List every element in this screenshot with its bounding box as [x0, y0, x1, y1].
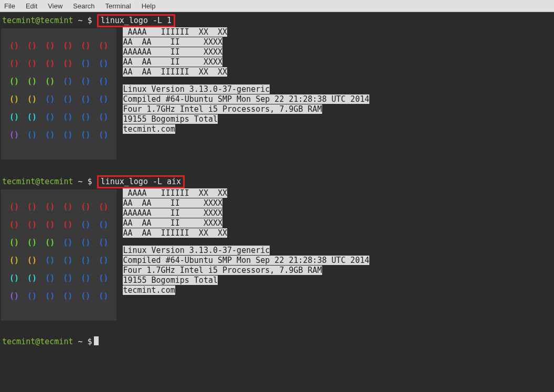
highlight-box-1: linux_logo -L 1: [97, 14, 175, 27]
palette-swatch: (): [81, 238, 90, 247]
palette-swatch: (): [99, 77, 108, 86]
menu-edit[interactable]: Edit: [24, 1, 39, 11]
palette-swatch: (): [45, 220, 55, 229]
palette-swatch: (): [27, 112, 37, 122]
palette-swatch: (): [27, 202, 37, 211]
ascii-logo-2: AAAA IIIIII XX XX AA AA II XXXX AAAAAA I…: [123, 188, 369, 238]
palette-swatch: (): [45, 238, 55, 247]
palette-swatch: (): [9, 94, 19, 104]
palette-swatch: (): [81, 41, 90, 50]
palette-swatch: (): [63, 41, 72, 50]
palette-swatch: (): [99, 291, 108, 301]
palette-swatch: (): [63, 220, 72, 229]
palette-swatch: (): [27, 130, 37, 140]
palette-swatch: (): [27, 220, 37, 229]
palette-swatch: (): [63, 291, 72, 301]
linux-version: Linux Version 3.13.0-37-generic: [123, 84, 270, 94]
palette-swatch: (): [63, 59, 72, 68]
palette-swatch: (): [9, 77, 19, 86]
palette-swatch: (): [81, 59, 90, 68]
color-palette-1: ()()()()()()()()()()()()()()()()()()()()…: [1, 28, 116, 160]
palette-swatch: (): [45, 112, 55, 122]
palette-swatch: (): [81, 94, 90, 104]
prompt-symbol: $: [88, 16, 92, 25]
palette-swatch: (): [63, 202, 72, 211]
palette-swatch: (): [45, 94, 55, 104]
palette-swatch: (): [45, 59, 55, 68]
palette-swatch: (): [27, 238, 37, 247]
palette-swatch: (): [99, 41, 108, 50]
hostname-info: tecmint.com: [123, 124, 175, 134]
command-1: linux_logo -L 1: [101, 16, 172, 25]
palette-swatch: (): [45, 273, 55, 283]
palette-swatch: (): [9, 112, 19, 122]
palette-swatch: (): [27, 94, 37, 104]
palette-swatch: (): [45, 77, 55, 86]
palette-swatch: (): [81, 273, 90, 283]
palette-swatch: (): [99, 59, 108, 68]
cursor: [94, 336, 99, 345]
palette-swatch: (): [27, 273, 37, 283]
menu-view[interactable]: View: [46, 1, 65, 11]
menu-search[interactable]: Search: [71, 1, 97, 11]
menubar: File Edit View Search Terminal Help: [0, 0, 554, 12]
palette-swatch: (): [45, 202, 55, 211]
palette-swatch: (): [81, 202, 90, 211]
palette-swatch: (): [81, 256, 90, 265]
palette-swatch: (): [63, 256, 72, 265]
palette-swatch: (): [27, 59, 37, 68]
palette-swatch: (): [81, 220, 90, 229]
terminal-area[interactable]: tecmint@tecmint ~ $ linux_logo -L 1 ()()…: [0, 12, 554, 392]
palette-swatch: (): [63, 238, 72, 247]
system-info-1: Linux Version 3.13.0-37-generic Compiled…: [123, 84, 369, 134]
prompt-line-2: tecmint@tecmint ~ $ linux_logo -L aix: [1, 175, 553, 188]
bogomips: 19155 Bogomips Total: [123, 114, 218, 124]
prompt-host: tecmint: [40, 16, 73, 25]
palette-swatch: (): [99, 256, 108, 265]
command-2: linux_logo -L aix: [101, 177, 182, 186]
prompt-user: tecmint: [2, 16, 35, 25]
palette-swatch: (): [99, 112, 108, 122]
palette-swatch: (): [63, 130, 72, 140]
palette-swatch: (): [81, 130, 90, 140]
highlight-box-2: linux_logo -L aix: [97, 175, 185, 188]
palette-swatch: (): [27, 291, 37, 301]
palette-swatch: (): [9, 202, 19, 211]
palette-swatch: (): [81, 112, 90, 122]
palette-swatch: (): [81, 291, 90, 301]
menu-file[interactable]: File: [2, 1, 17, 11]
palette-swatch: (): [63, 94, 72, 104]
palette-swatch: (): [63, 112, 72, 122]
palette-swatch: (): [99, 94, 108, 104]
palette-swatch: (): [9, 291, 19, 301]
palette-swatch: (): [99, 130, 108, 140]
ascii-logo-1: AAAA IIIIII XX XX AA AA II XXXX AAAAAA I…: [123, 27, 369, 77]
palette-swatch: (): [9, 130, 19, 140]
palette-swatch: (): [9, 41, 19, 50]
prompt-line-1: tecmint@tecmint ~ $ linux_logo -L 1: [1, 14, 553, 27]
menu-help[interactable]: Help: [140, 1, 158, 11]
palette-swatch: (): [99, 220, 108, 229]
compiled-info: Compiled #64-Ubuntu SMP Mon Sep 22 21:28…: [123, 94, 369, 104]
system-info-2: Linux Version 3.13.0-37-generic Compiled…: [123, 246, 369, 295]
palette-swatch: (): [99, 238, 108, 247]
palette-swatch: (): [27, 77, 37, 86]
palette-swatch: (): [99, 273, 108, 283]
prompt-line-3: tecmint@tecmint ~ $: [1, 336, 553, 347]
color-palette-2: ()()()()()()()()()()()()()()()()()()()()…: [1, 189, 116, 321]
palette-swatch: (): [63, 77, 72, 86]
palette-swatch: (): [9, 220, 19, 229]
cpu-info: Four 1.7GHz Intel i5 Processors, 7.9GB R…: [123, 104, 322, 114]
palette-swatch: (): [9, 256, 19, 265]
palette-swatch: (): [9, 59, 19, 68]
palette-swatch: (): [81, 77, 90, 86]
palette-swatch: (): [9, 273, 19, 283]
palette-swatch: (): [63, 273, 72, 283]
palette-swatch: (): [45, 41, 55, 50]
palette-swatch: (): [45, 130, 55, 140]
palette-swatch: (): [27, 256, 37, 265]
palette-swatch: (): [45, 256, 55, 265]
palette-swatch: (): [27, 41, 37, 50]
palette-swatch: (): [9, 238, 19, 247]
menu-terminal[interactable]: Terminal: [103, 1, 133, 11]
